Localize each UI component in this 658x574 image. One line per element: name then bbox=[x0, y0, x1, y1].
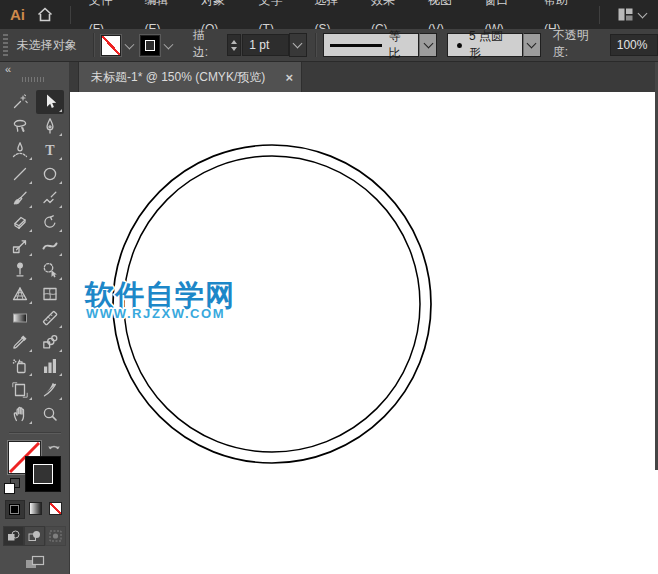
rotate-tool[interactable] bbox=[36, 210, 64, 234]
tool-panel-header: « bbox=[0, 62, 69, 88]
swap-fill-stroke-button[interactable] bbox=[47, 439, 61, 457]
stroke-weight-dropdown[interactable] bbox=[289, 33, 307, 57]
line-icon bbox=[11, 165, 29, 183]
none-swatch-icon bbox=[49, 502, 62, 515]
fill-color-swatch[interactable] bbox=[101, 35, 121, 56]
paintbrush-icon bbox=[11, 189, 29, 207]
ellipse-tool[interactable] bbox=[36, 162, 64, 186]
tool-panel: « bbox=[0, 62, 70, 574]
perspective-grid-tool[interactable] bbox=[6, 282, 34, 306]
brush-label: 5 点圆形 bbox=[469, 28, 512, 62]
width-icon bbox=[41, 237, 59, 255]
knife-icon bbox=[41, 381, 59, 399]
draw-normal-button[interactable] bbox=[3, 526, 24, 546]
stroke-chevron-icon[interactable] bbox=[164, 39, 174, 49]
artboard-icon bbox=[11, 381, 29, 399]
lasso-tool[interactable] bbox=[6, 114, 34, 138]
brush-chevron[interactable] bbox=[523, 33, 541, 57]
gradient-swatch-icon bbox=[29, 502, 42, 515]
stepper-up-icon bbox=[231, 40, 237, 44]
collapse-panel-button[interactable]: « bbox=[5, 63, 10, 75]
chevron-down-icon bbox=[423, 39, 433, 49]
curvature-tool[interactable] bbox=[6, 138, 34, 162]
separator bbox=[93, 33, 95, 57]
eraser-tool[interactable] bbox=[6, 210, 34, 234]
illustrator-window: Ai 文件(F) 编辑(E) 对象(O) 文字(T) 选择(S) 效果(C) 视… bbox=[0, 0, 658, 574]
puppet-warp-tool[interactable] bbox=[6, 258, 34, 282]
chevron-down-icon bbox=[638, 8, 648, 18]
line-segment-tool[interactable] bbox=[6, 162, 34, 186]
watermark-url: WWW.RJZXW.COM bbox=[86, 306, 225, 321]
fill-stroke-controls bbox=[0, 438, 69, 498]
workspace-switcher[interactable] bbox=[591, 6, 658, 24]
shaper-tool[interactable] bbox=[36, 186, 64, 210]
artwork[interactable] bbox=[70, 92, 658, 574]
type-tool[interactable]: T bbox=[36, 138, 64, 162]
svg-text:T: T bbox=[45, 143, 55, 158]
width-tool[interactable] bbox=[36, 234, 64, 258]
stroke-panel-link[interactable]: 描边: bbox=[193, 27, 219, 63]
draw-behind-icon bbox=[28, 530, 41, 542]
hand-tool[interactable] bbox=[6, 402, 34, 426]
draw-behind-button[interactable] bbox=[24, 526, 45, 546]
stroke-swatch-black[interactable] bbox=[25, 456, 61, 492]
panel-grip[interactable] bbox=[3, 34, 8, 56]
paintbrush-tool[interactable] bbox=[6, 186, 34, 210]
magic-wand-tool[interactable] bbox=[6, 90, 34, 114]
canvas[interactable]: 软件自学网 WWW.RJZXW.COM bbox=[70, 92, 658, 574]
screen-mode-button[interactable] bbox=[0, 554, 69, 571]
default-fill-stroke-button[interactable] bbox=[4, 478, 20, 494]
color-swatch-icon bbox=[9, 504, 20, 515]
column-graph-tool[interactable] bbox=[36, 354, 64, 378]
panel-drag-grip[interactable] bbox=[22, 77, 46, 82]
gradient-tool[interactable] bbox=[6, 306, 34, 330]
separator bbox=[315, 33, 317, 57]
screen-mode-icon bbox=[24, 554, 46, 571]
control-bar: 未选择对象 描边: 1 pt 等比 5 点圆形 不透明度: 100% bbox=[0, 29, 658, 62]
perspective-grid-icon bbox=[11, 285, 29, 303]
symbol-sprayer-tool[interactable] bbox=[6, 354, 34, 378]
rotate-icon bbox=[41, 213, 59, 231]
eyedropper-icon bbox=[11, 333, 29, 351]
stroke-color-swatch[interactable] bbox=[140, 35, 160, 56]
scale-icon bbox=[11, 237, 29, 255]
none-button[interactable] bbox=[47, 500, 65, 517]
gradient-button[interactable] bbox=[27, 500, 45, 517]
measure-tool[interactable] bbox=[36, 306, 64, 330]
shape-builder-tool[interactable] bbox=[36, 258, 64, 282]
tab-close-button[interactable]: × bbox=[285, 71, 293, 84]
profile-chevron[interactable] bbox=[419, 33, 437, 57]
profile-line-preview bbox=[330, 44, 383, 47]
eyedropper-tool[interactable] bbox=[6, 330, 34, 354]
slice-tool[interactable] bbox=[36, 378, 64, 402]
document-tab[interactable]: 未标题-1* @ 150% (CMYK/预览) × bbox=[78, 62, 302, 92]
width-profile-dropdown[interactable]: 等比 bbox=[323, 33, 419, 57]
draw-inside-icon bbox=[49, 530, 62, 542]
magic-wand-icon bbox=[11, 93, 29, 111]
stepper-down-icon bbox=[231, 47, 237, 51]
fill-chevron-icon[interactable] bbox=[125, 39, 135, 49]
document-tab-bar: 未标题-1* @ 150% (CMYK/预览) × bbox=[70, 62, 658, 93]
brush-dropdown[interactable]: 5 点圆形 bbox=[447, 33, 522, 57]
selection-status: 未选择对象 bbox=[17, 37, 87, 54]
ellipse-icon bbox=[41, 165, 59, 183]
menu-separator bbox=[599, 6, 600, 24]
home-button[interactable] bbox=[35, 5, 56, 25]
scale-tool[interactable] bbox=[6, 234, 34, 258]
opacity-panel-link[interactable]: 不透明度: bbox=[553, 27, 602, 63]
blend-tool[interactable] bbox=[36, 330, 64, 354]
stroke-weight-field[interactable]: 1 pt bbox=[242, 34, 288, 56]
document-tab-title: 未标题-1* @ 150% (CMYK/预览) bbox=[91, 69, 265, 86]
chevron-down-icon bbox=[527, 39, 537, 49]
color-button[interactable] bbox=[5, 500, 25, 519]
mesh-tool[interactable] bbox=[36, 282, 64, 306]
draw-inside-button[interactable] bbox=[45, 526, 66, 546]
stroke-weight-stepper[interactable] bbox=[227, 34, 241, 56]
app-logo[interactable]: Ai bbox=[10, 6, 25, 23]
pen-tool[interactable] bbox=[36, 114, 64, 138]
spray-can-icon bbox=[11, 357, 29, 375]
selection-tool[interactable] bbox=[36, 90, 64, 114]
artboard-tool[interactable] bbox=[6, 378, 34, 402]
opacity-field[interactable]: 100% bbox=[610, 34, 658, 56]
zoom-tool[interactable] bbox=[36, 402, 64, 426]
